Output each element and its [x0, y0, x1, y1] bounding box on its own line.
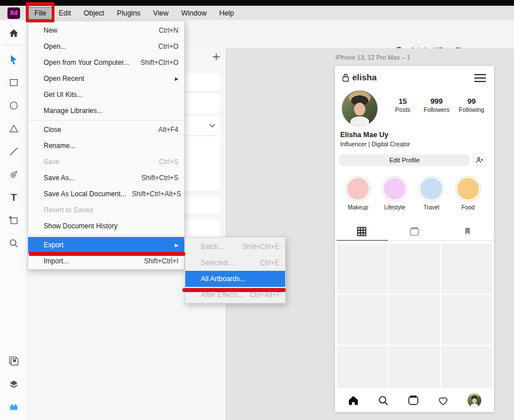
panel-divider	[185, 135, 217, 136]
file-menu-item-save-as-local-document[interactable]: Save As Local Document...Shift+Ctrl+Alt+…	[28, 186, 184, 202]
line-icon	[8, 146, 20, 157]
menu-item-shortcut: Ctrl+E	[260, 259, 279, 267]
text-tool[interactable]: T	[7, 190, 21, 204]
stat-value: 15	[390, 97, 415, 106]
home-button[interactable]	[7, 26, 21, 40]
layers-button[interactable]	[7, 378, 21, 391]
menu-item-label: Revert to Saved	[44, 206, 178, 214]
artboard-label[interactable]: iPhone 13, 12 Pro Max – 1	[336, 54, 410, 61]
post-placeholder	[389, 244, 440, 294]
nav-home-button[interactable]	[348, 395, 359, 406]
hamburger-menu-icon[interactable]	[474, 74, 486, 82]
post-placeholder	[389, 346, 440, 388]
annotation-box-file	[26, 2, 54, 22]
panel-add-button[interactable]	[212, 53, 220, 61]
menu-item-shortcut: Shift+Ctrl+Alt+S	[132, 190, 181, 198]
file-menu-item-close[interactable]: CloseAlt+F4	[28, 122, 184, 138]
tab-reels[interactable]	[388, 222, 441, 240]
file-menu-item-open-recent[interactable]: Open Recent▶	[28, 71, 184, 87]
file-menu-item-show-document-history[interactable]: Show Document History	[28, 218, 184, 234]
file-menu-separator	[29, 235, 184, 236]
menu-item-label: Export	[44, 241, 169, 249]
story-highlight-circle	[457, 178, 479, 200]
layers-icon	[8, 379, 20, 390]
tab-grid[interactable]	[335, 222, 388, 240]
select-tool[interactable]	[7, 53, 21, 67]
ig-stat-posts: 15Posts	[390, 97, 415, 113]
menu-item-label: All Artboards...	[201, 275, 279, 283]
chevron-down-icon	[209, 123, 216, 128]
nav-activity-button[interactable]	[437, 395, 449, 406]
home-icon	[348, 395, 359, 406]
menu-item-shortcut: Ctrl+S	[159, 158, 178, 166]
heart-icon	[437, 395, 449, 406]
menubar-item-view[interactable]: View	[147, 7, 175, 20]
story-highlight-lifestyle[interactable]: Lifestyle	[379, 176, 411, 211]
ig-stat-following: 99Following	[454, 97, 489, 113]
menu-item-shortcut: Ctrl+Alt+F	[250, 291, 281, 299]
line-tool[interactable]	[7, 145, 21, 158]
menu-item-label: Save As Local Document...	[44, 190, 126, 198]
pen-icon	[8, 169, 20, 180]
triangle-icon	[8, 123, 20, 134]
export-submenu-item-all-artboards[interactable]: All Artboards...	[185, 271, 285, 287]
menu-item-shortcut: Ctrl+N	[159, 26, 178, 34]
file-menu-item-get-ui-kits[interactable]: Get UI Kits...	[28, 87, 184, 103]
artboard-tool[interactable]	[7, 213, 21, 227]
lock-icon	[341, 72, 350, 83]
stat-label: Following	[454, 106, 489, 113]
edit-profile-button[interactable]: Edit Profile	[339, 154, 470, 166]
ellipse-icon	[8, 100, 20, 111]
artboard-iphone-13-12-pro-max-1[interactable]: elisha 15Posts999Followers99Following El…	[335, 66, 494, 412]
file-menu-item-open-from-your-computer[interactable]: Open from Your Computer...Shift+Ctrl+O	[28, 55, 184, 71]
menubar-item-object[interactable]: Object	[77, 7, 111, 20]
menu-item-shortcut: Shift+Ctrl+O	[141, 59, 178, 67]
nav-search-button[interactable]	[377, 395, 389, 406]
panel-chevron-button[interactable]	[209, 123, 216, 128]
search-icon	[377, 395, 389, 406]
nav-profile-avatar[interactable]	[468, 394, 481, 407]
story-highlight-makeup[interactable]: Makeup	[342, 176, 374, 211]
file-menu-separator	[29, 120, 184, 120]
rectangle-tool[interactable]	[7, 76, 21, 90]
story-highlight-label: Food	[462, 204, 475, 211]
menubar-item-plugins[interactable]: Plugins	[111, 7, 147, 20]
story-highlight-ring	[382, 176, 407, 201]
tool-sidebar: T	[0, 20, 28, 420]
menubar-item-window[interactable]: Window	[175, 7, 213, 20]
annotation-underline-all-artboards	[182, 288, 286, 292]
pen-tool[interactable]	[7, 168, 21, 181]
story-highlight-circle	[347, 178, 369, 200]
story-highlight-ring	[419, 176, 444, 201]
file-menu-item-rename[interactable]: Rename...	[28, 138, 184, 154]
stat-value: 999	[419, 97, 454, 106]
ig-display-name: Elisha Mae Uy	[340, 131, 388, 139]
zoom-tool[interactable]	[7, 236, 21, 250]
plus-icon	[212, 53, 220, 61]
file-menu-item-save-as[interactable]: Save As...Shift+Ctrl+S	[28, 170, 184, 186]
file-menu-item-new[interactable]: NewCtrl+N	[28, 22, 184, 38]
menu-item-label: Save	[44, 158, 153, 166]
story-highlight-travel[interactable]: Travel	[415, 176, 447, 211]
plugins-button[interactable]	[7, 400, 21, 414]
menubar-item-edit[interactable]: Edit	[52, 7, 77, 20]
menubar-item-help[interactable]: Help	[213, 7, 240, 20]
ig-profile-tabs	[335, 222, 494, 241]
file-menu-item-open[interactable]: Open...Ctrl+O	[28, 38, 184, 55]
story-highlight-label: Travel	[423, 204, 439, 211]
file-menu-item-manage-libraries[interactable]: Manage Libraries...	[28, 103, 184, 119]
ig-story-highlights: MakeupLifestyleTravelFood	[342, 176, 484, 211]
menu-item-label: Open...	[44, 42, 153, 50]
tab-saved[interactable]	[441, 222, 494, 240]
story-highlight-food[interactable]: Food	[452, 176, 484, 211]
reels-icon	[407, 394, 419, 406]
nav-reels-button[interactable]	[407, 394, 419, 406]
grid-icon	[356, 226, 367, 237]
add-person-button[interactable]	[473, 153, 486, 166]
stat-label: Followers	[419, 106, 454, 113]
ellipse-tool[interactable]	[7, 99, 21, 112]
libraries-button[interactable]	[7, 355, 21, 368]
menu-item-label: Close	[44, 126, 153, 134]
polygon-tool[interactable]	[7, 122, 21, 135]
file-menu-item-export[interactable]: Export▶	[28, 237, 184, 253]
